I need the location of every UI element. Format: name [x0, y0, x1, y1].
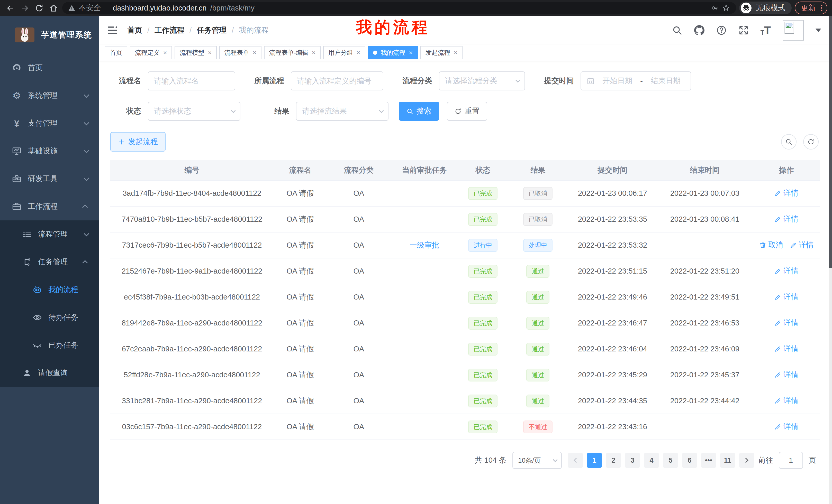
- sidebar-item-支付管理[interactable]: ¥支付管理: [0, 109, 99, 137]
- close-icon[interactable]: ×: [208, 50, 212, 56]
- breadcrumb-item-workflow[interactable]: 工作流程: [155, 25, 184, 35]
- close-icon[interactable]: ×: [454, 50, 458, 56]
- create-process-button[interactable]: 发起流程: [110, 132, 165, 151]
- result-badge: 不通过: [523, 421, 552, 433]
- detail-link[interactable]: 详情: [774, 422, 798, 432]
- security-label[interactable]: 不安全: [79, 3, 101, 13]
- sidebar-item-我的流程[interactable]: 我的流程: [0, 276, 99, 304]
- breadcrumb-item-home[interactable]: 首页: [127, 25, 142, 35]
- tab-流程模型[interactable]: 流程模型×: [175, 46, 217, 59]
- cell-id: ec45f38f-7b9a-11ec-b03b-acde48001122: [110, 284, 274, 310]
- detail-link[interactable]: 详情: [774, 370, 798, 380]
- reload-icon[interactable]: [33, 4, 45, 12]
- detail-link[interactable]: 详情: [774, 292, 798, 302]
- key-icon[interactable]: [711, 4, 719, 12]
- tab-流程表单[interactable]: 流程表单×: [219, 46, 261, 59]
- category-select[interactable]: 请选择流程分类: [439, 72, 525, 90]
- help-icon[interactable]: [716, 25, 727, 35]
- sidebar-item-基础设施[interactable]: 基础设施: [0, 137, 99, 165]
- scrollbar[interactable]: [829, 16, 832, 504]
- scrollbar-thumb[interactable]: [829, 16, 832, 268]
- page-button-1[interactable]: 1: [587, 453, 602, 468]
- address-bar[interactable]: 不安全 dashboard.yudao.iocoder.cn/bpm/task/…: [62, 2, 736, 14]
- breadcrumb: 首页/ 工作流程/ 任务管理/ 我的流程: [127, 25, 269, 35]
- breadcrumb-item-task[interactable]: 任务管理: [197, 25, 227, 35]
- fullscreen-icon[interactable]: [738, 25, 749, 35]
- cell-current-task: [391, 388, 458, 414]
- refresh-button[interactable]: [803, 134, 818, 149]
- caret-down-icon[interactable]: [815, 29, 821, 32]
- logo[interactable]: 芋道管理系统: [0, 16, 99, 54]
- page-button-4[interactable]: 4: [644, 453, 659, 468]
- avatar[interactable]: [783, 20, 804, 40]
- sidebar-item-任务管理[interactable]: 任务管理: [0, 248, 99, 276]
- detail-link[interactable]: 详情: [774, 344, 798, 354]
- detail-link[interactable]: 详情: [774, 318, 798, 328]
- sidebar-item-研发工具[interactable]: 研发工具: [0, 165, 99, 193]
- submit-time-range[interactable]: 开始日期 - 结束日期: [580, 72, 691, 90]
- prev-page-button[interactable]: [568, 453, 583, 468]
- cell-actions: 详情: [753, 414, 820, 440]
- home-icon[interactable]: [48, 4, 59, 12]
- browser-chrome: 不安全 dashboard.yudao.iocoder.cn/bpm/task/…: [0, 0, 832, 16]
- font-size-icon[interactable]: TT: [760, 25, 771, 36]
- tab-发起流程[interactable]: 发起流程×: [420, 46, 463, 59]
- sidebar-item-流程管理[interactable]: 流程管理: [0, 220, 99, 248]
- page-button-2[interactable]: 2: [606, 453, 621, 468]
- cell-id: 819442e8-7b9a-11ec-a290-acde48001122: [110, 310, 274, 336]
- page-button-5[interactable]: 5: [663, 453, 678, 468]
- cell-result: 通过: [508, 284, 568, 310]
- hamburger-icon[interactable]: [107, 26, 118, 35]
- sidebar-item-系统管理[interactable]: ⚙系统管理: [0, 82, 99, 109]
- github-icon[interactable]: [694, 25, 704, 35]
- sidebar-item-首页[interactable]: 首页: [0, 54, 99, 82]
- next-page-button[interactable]: [739, 453, 754, 468]
- close-icon[interactable]: ×: [253, 50, 256, 56]
- tab-流程定义[interactable]: 流程定义×: [130, 46, 172, 59]
- page-size-select[interactable]: 10条/页: [513, 452, 562, 469]
- tab-流程表单-编辑[interactable]: 流程表单-编辑×: [264, 46, 321, 59]
- detail-link[interactable]: 详情: [774, 214, 798, 224]
- show-search-button[interactable]: [781, 134, 797, 149]
- tab-我的流程[interactable]: 我的流程×: [368, 46, 418, 59]
- process-definition-input[interactable]: [291, 72, 383, 90]
- cell-end-time: 2022-01-22 23:49:51: [657, 284, 753, 310]
- chevron-down-icon: [84, 148, 89, 153]
- page-button-11[interactable]: 11: [720, 453, 735, 468]
- star-icon[interactable]: [722, 4, 730, 12]
- page-button-3[interactable]: 3: [625, 453, 640, 468]
- back-icon[interactable]: [5, 4, 16, 12]
- reset-button[interactable]: 重置: [447, 102, 487, 121]
- close-icon[interactable]: ×: [163, 50, 167, 56]
- detail-link[interactable]: 详情: [774, 188, 798, 198]
- process-name-input[interactable]: [148, 72, 235, 90]
- close-icon[interactable]: ×: [312, 50, 315, 56]
- process-name-field[interactable]: [154, 77, 229, 85]
- detail-link[interactable]: 详情: [774, 396, 798, 406]
- process-definition-field[interactable]: [297, 77, 377, 85]
- goto-page-input[interactable]: 1: [779, 452, 803, 469]
- update-button[interactable]: 更新: [795, 2, 827, 15]
- sidebar-item-请假查询[interactable]: 请假查询: [0, 359, 99, 387]
- sidebar-item-待办任务[interactable]: 待办任务: [0, 304, 99, 331]
- detail-link[interactable]: 详情: [790, 240, 814, 250]
- tab-首页[interactable]: 首页: [105, 46, 127, 59]
- result-select[interactable]: 请选择流结果: [296, 102, 389, 121]
- forward-icon[interactable]: [19, 4, 30, 12]
- sidebar-item-已办任务[interactable]: 已办任务: [0, 331, 99, 359]
- page-more-button[interactable]: •••: [701, 453, 716, 468]
- tab-用户分组[interactable]: 用户分组×: [323, 46, 365, 59]
- detail-link[interactable]: 详情: [774, 266, 798, 276]
- table-row: 331bc281-7b9a-11ec-a290-acde48001122OA 请…: [110, 388, 820, 414]
- cell-submit-time: 2022-01-22 23:45:29: [568, 362, 657, 388]
- close-icon[interactable]: ×: [357, 50, 360, 56]
- sidebar-item-工作流程[interactable]: 工作流程: [0, 193, 99, 220]
- start-date-placeholder: 开始日期: [598, 76, 636, 86]
- search-button[interactable]: 搜索: [399, 102, 439, 121]
- close-icon[interactable]: ×: [409, 50, 413, 56]
- status-select[interactable]: 请选择状态: [148, 102, 240, 121]
- task-link[interactable]: 一级审批: [410, 241, 439, 249]
- page-button-6[interactable]: 6: [682, 453, 697, 468]
- cancel-link[interactable]: 取消: [759, 240, 783, 250]
- search-icon[interactable]: [672, 25, 682, 35]
